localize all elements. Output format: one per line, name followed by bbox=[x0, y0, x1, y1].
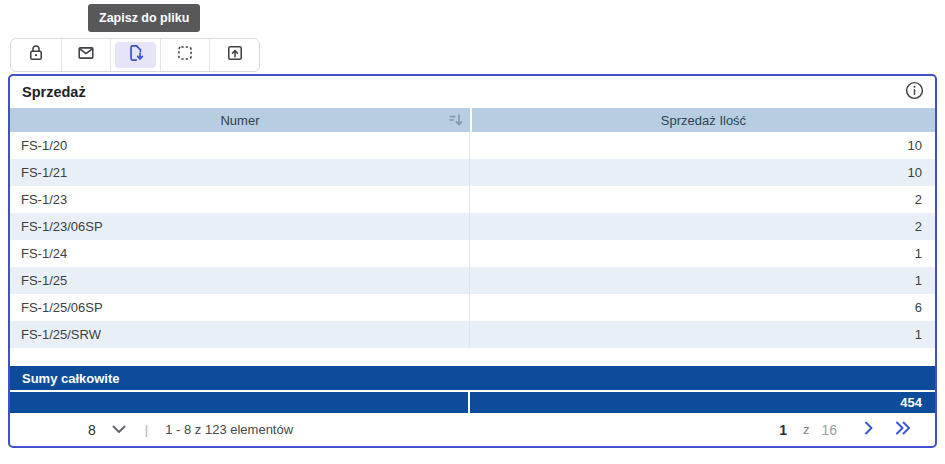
export-button[interactable] bbox=[209, 39, 259, 71]
cell-numer: FS-1/21 bbox=[10, 159, 470, 186]
pagination-bar: 8 | 1 - 8 z 123 elementów 1 z 16 bbox=[10, 413, 935, 446]
cell-ilosc: 1 bbox=[470, 321, 935, 348]
totals-value: 454 bbox=[470, 392, 935, 413]
next-page-button[interactable] bbox=[857, 418, 881, 442]
cell-numer: FS-1/23 bbox=[10, 186, 470, 213]
lock-icon bbox=[25, 42, 47, 68]
table-row[interactable]: FS-1/23/06SP 2 bbox=[10, 213, 935, 240]
grid-body: FS-1/20 10 FS-1/21 10 FS-1/23 2 FS-1/23/… bbox=[10, 132, 935, 348]
table-row[interactable]: FS-1/25/SRW 1 bbox=[10, 321, 935, 348]
totals-cell-empty bbox=[10, 392, 470, 413]
info-button[interactable] bbox=[903, 81, 925, 103]
cell-numer: FS-1/24 bbox=[10, 240, 470, 267]
double-chevron-right-icon bbox=[895, 421, 911, 438]
chevron-down-icon bbox=[96, 422, 126, 437]
totals-header: Sumy całkowite bbox=[10, 366, 935, 390]
marquee-selection-icon bbox=[174, 42, 196, 68]
toolbar bbox=[10, 38, 260, 72]
page-title: Sprzedaż bbox=[22, 84, 903, 100]
pagination-controls: 1 z 16 bbox=[779, 418, 915, 442]
current-page[interactable]: 1 bbox=[779, 422, 787, 438]
column-header-label: Sprzedaż Ilość bbox=[661, 113, 746, 128]
cell-ilosc: 1 bbox=[470, 240, 935, 267]
page-size-value: 8 bbox=[88, 422, 96, 438]
of-label: z bbox=[803, 422, 810, 437]
file-download-icon bbox=[125, 42, 147, 68]
cell-numer: FS-1/20 bbox=[10, 132, 470, 159]
range-text: 1 - 8 z 123 elementów bbox=[165, 422, 293, 437]
table-row[interactable]: FS-1/25/06SP 6 bbox=[10, 294, 935, 321]
cell-numer: FS-1/25/SRW bbox=[10, 321, 470, 348]
totals-row: 454 bbox=[10, 392, 935, 413]
pagination-separator: | bbox=[145, 422, 148, 437]
export-up-icon bbox=[224, 42, 246, 68]
spacer bbox=[10, 348, 935, 366]
cell-ilosc: 2 bbox=[470, 213, 935, 240]
table-row[interactable]: FS-1/23 2 bbox=[10, 186, 935, 213]
table-row[interactable]: FS-1/25 1 bbox=[10, 267, 935, 294]
table-row[interactable]: FS-1/21 10 bbox=[10, 159, 935, 186]
last-page-button[interactable] bbox=[891, 418, 915, 442]
tooltip-label: Zapisz do pliku bbox=[99, 11, 189, 25]
cell-numer: FS-1/25 bbox=[10, 267, 470, 294]
info-icon bbox=[904, 80, 925, 105]
lock-button[interactable] bbox=[11, 39, 61, 71]
cell-ilosc: 2 bbox=[470, 186, 935, 213]
cell-ilosc: 10 bbox=[470, 132, 935, 159]
table-row[interactable]: FS-1/20 10 bbox=[10, 132, 935, 159]
grid-header: Numer Sprzedaż Ilość bbox=[10, 108, 935, 132]
cell-ilosc: 6 bbox=[470, 294, 935, 321]
email-button[interactable] bbox=[61, 39, 111, 71]
page-size-dropdown[interactable]: 8 bbox=[88, 422, 126, 438]
sort-ascending-icon bbox=[448, 112, 464, 131]
email-icon bbox=[75, 42, 97, 68]
chevron-right-icon bbox=[864, 421, 874, 438]
total-pages: 16 bbox=[821, 422, 837, 438]
column-header-numer[interactable]: Numer bbox=[10, 108, 470, 132]
cell-numer: FS-1/25/06SP bbox=[10, 294, 470, 321]
table-row[interactable]: FS-1/24 1 bbox=[10, 240, 935, 267]
panel-title-row: Sprzedaż bbox=[10, 76, 935, 108]
cell-ilosc: 1 bbox=[470, 267, 935, 294]
column-header-ilosc[interactable]: Sprzedaż Ilość bbox=[472, 108, 935, 132]
save-to-file-button[interactable] bbox=[110, 39, 160, 71]
cell-numer: FS-1/23/06SP bbox=[10, 213, 470, 240]
tooltip-save-to-file: Zapisz do pliku bbox=[88, 4, 200, 32]
cell-ilosc: 10 bbox=[470, 159, 935, 186]
column-header-label: Numer bbox=[220, 113, 259, 128]
selection-button[interactable] bbox=[160, 39, 210, 71]
sales-grid-panel: Sprzedaż Numer bbox=[8, 74, 937, 448]
